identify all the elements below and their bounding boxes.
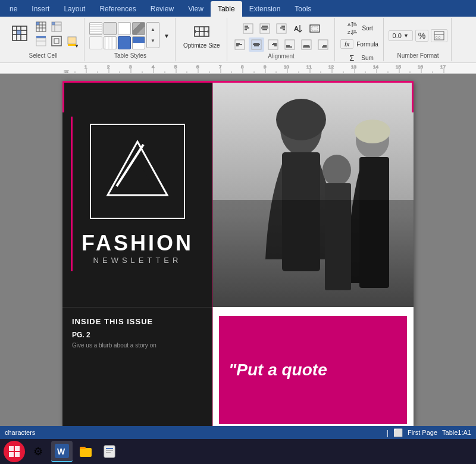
char-count: characters — [5, 429, 35, 436]
svg-text:3: 3 — [129, 64, 132, 70]
style-swatch-6[interactable] — [104, 36, 117, 49]
svg-rect-154 — [106, 452, 111, 453]
status-left: characters — [5, 429, 35, 436]
table-cell-info: Table1:A1 — [442, 429, 471, 436]
fashion-photo — [212, 81, 414, 307]
table-insert-button[interactable] — [7, 23, 32, 45]
table-shading-btn[interactable]: ▼ — [65, 35, 79, 48]
tab-review[interactable]: Review — [143, 1, 181, 17]
style-swatch-7[interactable] — [118, 36, 131, 49]
number-format-extra[interactable]: 0.0 — [431, 29, 447, 42]
svg-rect-146 — [15, 452, 20, 457]
quote-box: "Put a quote — [217, 314, 409, 426]
tab-layout[interactable]: Layout — [57, 1, 92, 17]
style-swatch-1[interactable] — [89, 22, 102, 35]
logo-area: FASHION NEWSLETTER — [62, 81, 212, 307]
text-direction-btn[interactable]: A — [290, 21, 306, 36]
number-format-dropdown[interactable]: 0.0 ▼ — [389, 30, 413, 41]
tab-view[interactable]: View — [181, 1, 211, 17]
tab-insert[interactable]: Insert — [24, 1, 57, 17]
svg-rect-31 — [260, 24, 270, 33]
svg-text:A: A — [294, 25, 299, 32]
start-button[interactable] — [4, 441, 25, 462]
align-bot-right-btn[interactable] — [315, 37, 331, 52]
tab-tools[interactable]: Tools — [287, 1, 318, 17]
style-swatch-8[interactable] — [132, 36, 145, 49]
tab-extension[interactable]: Extension — [242, 1, 288, 17]
svg-point-140 — [322, 155, 351, 186]
svg-marker-130 — [123, 159, 152, 186]
percent-btn[interactable]: % — [415, 30, 428, 42]
inside-issue-title: INSIDE THIS ISSUE — [72, 317, 203, 326]
style-swatch-3[interactable] — [118, 22, 131, 35]
sum-btn[interactable]: Σ — [345, 52, 358, 64]
table-styles-dropdown[interactable]: ▼ — [162, 32, 171, 40]
select-cell-group: ▼ Select Cell — [2, 18, 84, 61]
optimize-size-button[interactable]: Optimize Size — [180, 20, 223, 51]
align-mid-center-btn[interactable] — [249, 37, 264, 52]
taskbar-word[interactable]: W — [51, 441, 73, 462]
svg-text:Z: Z — [347, 30, 350, 35]
align-bot-center-btn[interactable] — [299, 37, 314, 52]
formula-btn[interactable]: fx — [340, 39, 353, 49]
align-top-right-btn[interactable] — [274, 21, 289, 36]
alignment-label: Alignment — [268, 53, 294, 61]
align-mid-left-btn[interactable] — [232, 37, 248, 52]
blurb-text: Give us a blurb about a story on — [72, 341, 203, 350]
select-cell-label: Select Cell — [29, 52, 58, 60]
svg-rect-54 — [285, 40, 295, 49]
tab-ne[interactable]: ne — [2, 1, 24, 17]
svg-rect-153 — [106, 450, 113, 451]
svg-rect-5 — [17, 30, 21, 35]
taskbar-explorer[interactable] — [75, 441, 96, 462]
svg-text:17: 17 — [440, 64, 446, 70]
sort-formula-group: A Z — [336, 18, 384, 61]
svg-text:5: 5 — [174, 64, 177, 70]
table-style-btn-1[interactable] — [34, 20, 48, 33]
svg-rect-150 — [80, 447, 86, 449]
taskbar-settings[interactable]: ⚙ — [27, 441, 49, 462]
tab-references[interactable]: References — [92, 1, 143, 17]
style-swatch-more[interactable]: ▲▼ — [146, 22, 159, 48]
style-swatch-5[interactable] — [89, 36, 102, 49]
svg-text:W: W — [57, 447, 65, 456]
svg-rect-142 — [212, 200, 414, 307]
align-bot-left-btn[interactable] — [282, 37, 298, 52]
svg-rect-57 — [302, 40, 311, 49]
doc-left-panel: FASHION NEWSLETTER INSIDE THIS ISSUE PG.… — [62, 81, 212, 426]
svg-rect-152 — [106, 448, 113, 449]
inside-issue-section: INSIDE THIS ISSUE PG. 2 Give us a blurb … — [62, 307, 212, 426]
number-format-group: 0.0 ▼ % 0.0 Number Format — [385, 18, 452, 61]
svg-rect-19 — [52, 36, 61, 46]
svg-rect-17 — [36, 38, 46, 46]
align-top-left-btn[interactable] — [240, 21, 256, 36]
tab-table[interactable]: Table — [211, 1, 242, 17]
formula-label: Formula — [356, 41, 378, 48]
svg-rect-20 — [54, 39, 59, 43]
align-top-center-btn[interactable] — [257, 21, 273, 36]
style-swatch-2[interactable] — [104, 22, 117, 35]
newsletter-subtitle: NEWSLETTER — [93, 256, 182, 265]
ruler: // Will be rendered via static SVG 1 2 3… — [0, 63, 476, 74]
svg-text:16: 16 — [418, 64, 423, 70]
svg-rect-74 — [0, 63, 464, 74]
svg-rect-149 — [80, 448, 92, 457]
table-style-btn-3[interactable] — [34, 35, 48, 48]
svg-text:9: 9 — [264, 64, 267, 70]
cell-margins-btn[interactable] — [307, 21, 322, 36]
status-right: | ⬜ First Page Table1:A1 — [387, 428, 471, 437]
svg-text:12: 12 — [328, 64, 334, 70]
ribbon-toolbar: ▼ Select Cell ▲▼ — [0, 17, 476, 63]
svg-text:14: 14 — [373, 64, 378, 70]
svg-text:4: 4 — [152, 64, 155, 70]
style-swatch-4[interactable] — [132, 22, 145, 35]
align-mid-right-btn[interactable] — [265, 37, 281, 52]
pg-label: PG. 2 — [72, 331, 203, 339]
cursor-icon: | — [387, 428, 389, 437]
sort-asc-btn[interactable]: A — [346, 21, 359, 28]
table-borders-btn[interactable] — [49, 35, 64, 48]
sort-desc-btn[interactable]: Z — [346, 29, 359, 36]
taskbar-app2[interactable] — [99, 441, 120, 462]
svg-point-135 — [276, 99, 326, 140]
table-style-btn-2[interactable] — [49, 20, 64, 33]
